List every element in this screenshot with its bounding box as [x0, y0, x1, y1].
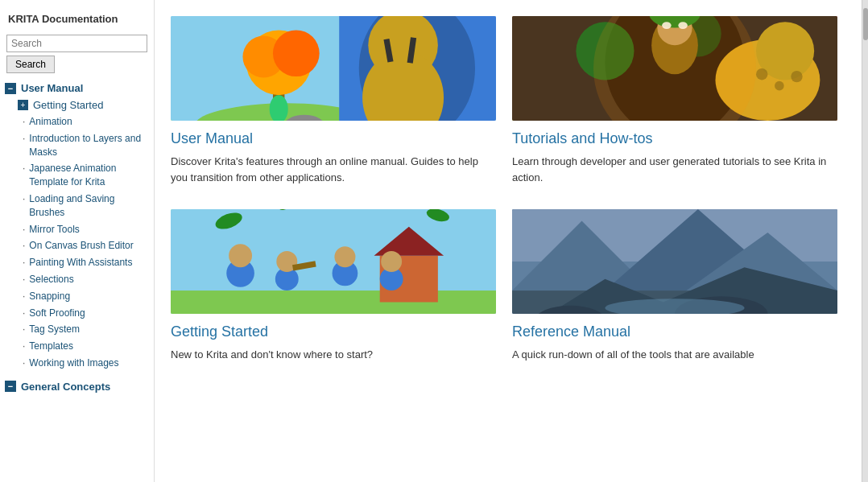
card-desc-getting-started: New to Krita and don't know where to sta…	[171, 347, 496, 363]
right-scrollbar-thumb[interactable]	[863, 8, 868, 40]
sidebar: KRITA Documentation Search − User Manual…	[0, 0, 155, 482]
nav-section-user-manual: − User Manual + Getting Started Animatio…	[0, 80, 154, 372]
app-title: KRITA Documentation	[0, 6, 154, 35]
nav-child-painting-assistants[interactable]: Painting With Assistants	[0, 254, 154, 271]
main-content: User Manual Discover Krita's features th…	[155, 0, 862, 482]
card-title-getting-started[interactable]: Getting Started	[171, 323, 496, 340]
svg-point-31	[593, 16, 756, 121]
nav-sub-label-getting-started: Getting Started	[33, 99, 103, 111]
nav-child-tag-system[interactable]: Tag System	[0, 321, 154, 338]
card-desc-tutorials: Learn through developer and user generat…	[512, 154, 837, 185]
right-scrollbar[interactable]	[862, 0, 868, 482]
search-button[interactable]: Search	[6, 56, 55, 73]
expand-icon-getting-started: +	[18, 100, 28, 110]
svg-point-5	[273, 30, 320, 76]
nav-child-snapping[interactable]: Snapping	[0, 288, 154, 305]
nav-child-on-canvas-brush[interactable]: On Canvas Brush Editor	[0, 237, 154, 254]
svg-point-45	[334, 246, 355, 267]
svg-point-47	[381, 251, 402, 272]
search-input[interactable]	[6, 35, 147, 52]
svg-point-40	[229, 244, 252, 267]
nav-child-soft-proofing[interactable]: Soft Proofing	[0, 305, 154, 322]
nav-child-templates[interactable]: Templates	[0, 338, 154, 355]
collapse-icon-user-manual: −	[5, 83, 16, 94]
card-image-reference	[512, 209, 837, 314]
nav-child-working-images[interactable]: Working with Images	[0, 355, 154, 372]
nav-child-mirror-tools[interactable]: Mirror Tools	[0, 221, 154, 238]
svg-point-28	[756, 68, 767, 80]
svg-point-29	[775, 81, 784, 91]
card-title-user-manual[interactable]: User Manual	[171, 130, 496, 147]
nav-child-selections[interactable]: Selections	[0, 271, 154, 288]
card-image-tutorials	[512, 16, 837, 121]
card-title-reference[interactable]: Reference Manual	[512, 323, 837, 340]
nav-header-user-manual[interactable]: − User Manual	[0, 80, 154, 97]
nav-label-general-concepts: General Concepts	[21, 381, 110, 393]
card-title-tutorials[interactable]: Tutorials and How-tos	[512, 130, 837, 147]
card-image-user-manual	[171, 16, 496, 121]
nav-child-intro-layers[interactable]: Introduction to Layers and Masks	[0, 130, 154, 161]
nav-header-general-concepts[interactable]: − General Concepts	[0, 378, 154, 395]
nav-child-animation[interactable]: Animation	[0, 113, 154, 130]
nav-child-japanese-template[interactable]: Japanese Animation Template for Krita	[0, 160, 154, 191]
content-grid: User Manual Discover Krita's features th…	[171, 16, 837, 363]
card-image-getting-started	[171, 209, 496, 314]
card-getting-started: Getting Started New to Krita and don't k…	[171, 209, 496, 363]
svg-rect-33	[171, 290, 496, 314]
nav-sub-getting-started[interactable]: + Getting Started	[0, 97, 154, 113]
svg-point-30	[791, 71, 802, 82]
nav-label-user-manual: User Manual	[21, 82, 83, 94]
card-desc-reference: A quick run-down of all of the tools tha…	[512, 347, 837, 363]
card-desc-user-manual: Discover Krita's features through an onl…	[171, 154, 496, 185]
search-box: Search	[6, 35, 147, 73]
card-user-manual: User Manual Discover Krita's features th…	[171, 16, 496, 185]
nav-section-general-concepts: − General Concepts	[0, 378, 154, 395]
svg-rect-58	[512, 209, 837, 314]
card-tutorials: Tutorials and How-tos Learn through deve…	[512, 16, 837, 185]
collapse-icon-general: −	[5, 381, 16, 392]
card-reference: Reference Manual A quick run-down of all…	[512, 209, 837, 363]
nav-child-loading-saving[interactable]: Loading and Saving Brushes	[0, 191, 154, 221]
